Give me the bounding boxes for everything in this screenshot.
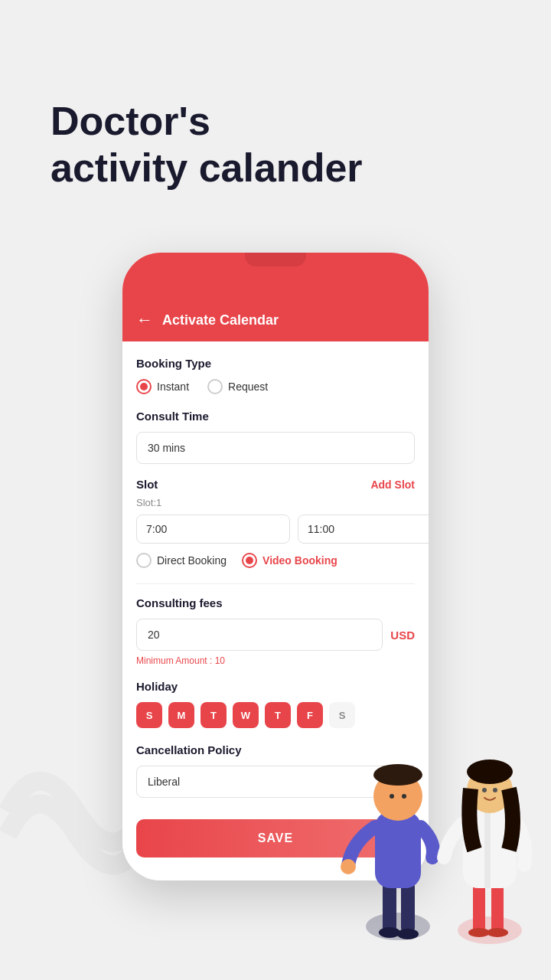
radio-video-booking[interactable]: Video Booking [242, 553, 337, 568]
radio-request-label: Request [228, 381, 268, 393]
svg-point-15 [487, 928, 508, 937]
svg-point-0 [366, 913, 430, 940]
radio-direct-booking[interactable]: Direct Booking [136, 553, 227, 568]
svg-rect-5 [375, 812, 421, 888]
slot-times [136, 514, 415, 544]
booking-type-label: Booking Type [136, 357, 415, 370]
radio-video-booking-label: Video Booking [262, 554, 337, 567]
day-thursday[interactable]: T [265, 702, 291, 728]
phone-notch-bar [122, 253, 429, 299]
radio-instant[interactable]: Instant [136, 379, 189, 394]
svg-rect-12 [473, 880, 485, 934]
phone-notch [245, 253, 306, 266]
svg-rect-13 [491, 880, 504, 934]
phone-header: ← Activate Calendar [122, 299, 429, 341]
svg-rect-1 [383, 880, 396, 934]
svg-point-9 [390, 794, 394, 799]
svg-rect-2 [401, 880, 415, 934]
slot-start-time[interactable] [136, 514, 290, 544]
radio-instant-label: Instant [157, 381, 189, 393]
day-monday[interactable]: M [168, 702, 194, 728]
radio-request[interactable]: Request [207, 379, 268, 394]
illustration [306, 689, 551, 980]
back-button[interactable]: ← [136, 310, 153, 330]
day-tuesday[interactable]: T [201, 702, 227, 728]
screen-title: Activate Calendar [162, 312, 279, 328]
radio-direct-booking-label: Direct Booking [157, 554, 227, 567]
svg-point-4 [397, 929, 419, 939]
slot-number-label: Slot:1 [136, 497, 415, 508]
min-amount-text: Minimum Amount : 10 [136, 655, 415, 666]
svg-point-14 [468, 928, 490, 937]
radio-instant-circle[interactable] [136, 379, 152, 394]
svg-point-10 [402, 794, 406, 799]
consult-time-input[interactable] [136, 432, 415, 464]
slot-header: Slot Add Slot [136, 478, 415, 491]
svg-rect-17 [484, 808, 491, 888]
consulting-fees-label: Consulting fees [136, 596, 415, 609]
slot-label: Slot [136, 478, 158, 491]
booking-type-radio-group: Instant Request [136, 379, 415, 394]
svg-point-8 [373, 764, 422, 786]
fee-row: USD [136, 619, 415, 651]
day-sunday[interactable]: S [136, 702, 162, 728]
currency-label: USD [390, 629, 415, 642]
radio-request-circle[interactable] [207, 379, 223, 394]
fee-input[interactable] [136, 619, 383, 651]
radio-direct-booking-circle[interactable] [136, 553, 152, 568]
svg-point-3 [379, 927, 400, 938]
svg-point-20 [482, 788, 487, 792]
heading-line2: activity calander [51, 146, 363, 190]
add-slot-button[interactable]: Add Slot [370, 479, 415, 491]
heading-section: Doctor's activity calander [51, 100, 363, 190]
heading-line1: Doctor's [51, 100, 363, 143]
svg-point-6 [341, 859, 356, 874]
slot-booking-type-row: Direct Booking Video Booking [136, 553, 415, 568]
slot-end-time[interactable] [298, 514, 429, 544]
day-wednesday[interactable]: W [233, 702, 259, 728]
svg-point-19 [467, 760, 513, 784]
consult-time-label: Consult Time [136, 410, 415, 423]
radio-video-booking-circle[interactable] [242, 553, 257, 568]
svg-point-21 [493, 788, 497, 792]
divider [136, 583, 415, 584]
